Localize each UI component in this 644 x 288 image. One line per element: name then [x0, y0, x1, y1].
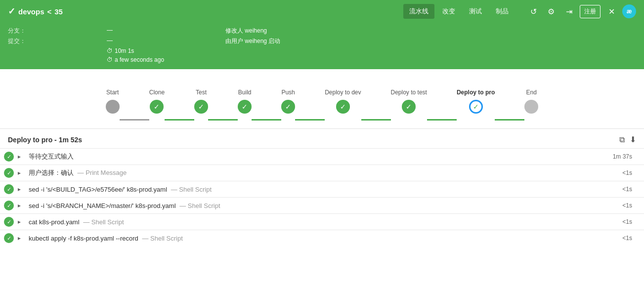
refresh-icon[interactable]: ↺	[526, 4, 540, 18]
log-step-type: — Shell Script	[82, 218, 124, 226]
stage-with-connector: Push✓	[281, 89, 325, 114]
avatar[interactable]: æ	[622, 4, 636, 18]
stage-with-connector: Clone✓	[149, 89, 194, 114]
stage-deploy-to-pro[interactable]: Deploy to pro✓	[457, 89, 495, 114]
branch-value: —	[107, 27, 206, 35]
stage-with-connector: Build✓	[238, 89, 281, 114]
log-row[interactable]: ✓▸cat k8s-prod.yaml — Shell Script<1s	[0, 213, 644, 230]
duration-value: 10m 1s	[115, 47, 134, 54]
log-check-icon: ✓	[4, 168, 14, 178]
close-icon[interactable]: ✕	[604, 4, 618, 18]
log-duration: <1s	[622, 218, 632, 225]
commit-spacer	[8, 56, 107, 63]
stage-deploy-to-test[interactable]: Deploy to test✓	[391, 89, 427, 114]
stage-label: Clone	[149, 89, 165, 96]
stage-end[interactable]: End	[524, 89, 538, 114]
external-link-icon[interactable]: ⧉	[619, 135, 625, 144]
sub-header: 分支： — 修改人 weiheng 提交： — 由用户 weiheng 启动 ⏱…	[0, 23, 644, 69]
log-expand-icon[interactable]: ▸	[18, 218, 25, 225]
log-step-type: — Shell Script	[140, 235, 183, 242]
log-step-text: sed -i 's/<BUILD_TAG>/e5756ee/' k8s-prod…	[29, 186, 618, 193]
log-check-icon: ✓	[4, 233, 14, 243]
log-expand-icon[interactable]: ▸	[18, 202, 25, 209]
log-step-name: 用户选择：确认	[29, 169, 74, 176]
branch-label: 分支：	[8, 27, 107, 35]
stage-circle	[524, 100, 538, 114]
download-icon[interactable]: ⬇	[630, 135, 636, 144]
stage-circle: ✓	[469, 100, 483, 114]
stage-circle: ✓	[336, 100, 350, 114]
stage-clone[interactable]: Clone✓	[149, 89, 165, 114]
project-name: devops	[18, 7, 44, 16]
log-duration: <1s	[622, 169, 632, 176]
log-expand-icon[interactable]: ▸	[18, 153, 25, 160]
log-row[interactable]: ✓▸sed -i 's/<BRANCH_NAME>/master/' k8s-p…	[0, 197, 644, 213]
log-expand-icon[interactable]: ▸	[18, 235, 25, 242]
stage-with-connector: Deploy to dev✓	[325, 89, 390, 114]
commit-label: 提交：	[8, 37, 107, 45]
log-step-type: — Shell Script	[178, 202, 220, 209]
register-button[interactable]: 注册	[580, 5, 601, 18]
log-step-text: sed -i 's/<BRANCH_NAME>/master/' k8s-pro…	[29, 202, 618, 209]
stage-connector	[252, 119, 281, 121]
log-row[interactable]: ✓▸用户选择：确认 — Print Message<1s	[0, 165, 644, 181]
separator: <	[47, 7, 52, 16]
time-icon: ⏱	[107, 56, 113, 63]
stage-connector	[208, 119, 238, 121]
stage-connector	[295, 119, 325, 121]
spacer2	[206, 56, 636, 63]
header-title-area: ✓ devops < 35	[8, 6, 63, 17]
nav-artifacts[interactable]: 制品	[490, 4, 515, 19]
nav-test[interactable]: 测试	[463, 4, 488, 19]
log-row[interactable]: ✓▸kubectl apply -f k8s-prod.yaml --recor…	[0, 230, 644, 246]
stage-deploy-to-dev[interactable]: Deploy to dev✓	[325, 89, 361, 114]
nav-changes[interactable]: 改变	[436, 4, 461, 19]
log-duration: <1s	[622, 235, 632, 242]
log-actions: ⧉ ⬇	[619, 135, 636, 144]
log-step-name: sed -i 's/<BUILD_TAG>/e5756ee/' k8s-prod…	[29, 186, 167, 193]
logout-icon[interactable]: ⇥	[562, 4, 576, 18]
stage-test[interactable]: Test✓	[194, 89, 208, 114]
log-header: Deploy to pro - 1m 52s ⧉ ⬇	[0, 129, 644, 148]
settings-icon[interactable]: ⚙	[544, 4, 558, 18]
log-check-icon: ✓	[4, 217, 14, 227]
log-duration: 1m 37s	[613, 153, 632, 160]
log-step-name: 等待交互式输入	[29, 153, 74, 160]
stage-with-connector: Deploy to pro✓	[457, 89, 524, 114]
nav-pipeline[interactable]: 流水线	[403, 4, 434, 19]
log-step-text: kubectl apply -f k8s-prod.yaml --record …	[29, 235, 618, 242]
log-area: Deploy to pro - 1m 52s ⧉ ⬇ ✓▸等待交互式输入1m 3…	[0, 128, 644, 246]
log-row[interactable]: ✓▸sed -i 's/<BUILD_TAG>/e5756ee/' k8s-pr…	[0, 181, 644, 197]
main-nav: 流水线 改变 测试 制品	[403, 4, 515, 19]
log-step-name: sed -i 's/<BRANCH_NAME>/master/' k8s-pro…	[29, 202, 176, 209]
log-check-icon: ✓	[4, 201, 14, 210]
stage-start[interactable]: Start	[106, 89, 120, 114]
log-duration: <1s	[622, 202, 632, 209]
stage-label: Build	[238, 89, 252, 96]
stage-label: Deploy to dev	[325, 89, 361, 96]
log-duration: <1s	[622, 186, 632, 193]
duration-icon: ⏱	[107, 47, 113, 54]
stage-connector	[361, 119, 391, 121]
stage-label: Deploy to pro	[457, 89, 495, 96]
log-rows: ✓▸等待交互式输入1m 37s✓▸用户选择：确认 — Print Message…	[0, 148, 644, 246]
stage-push[interactable]: Push✓	[281, 89, 295, 114]
stage-circle: ✓	[194, 100, 208, 114]
stage-connector	[495, 119, 524, 121]
stage-with-connector: Deploy to test✓	[391, 89, 457, 114]
stage-circle: ✓	[238, 100, 252, 114]
stage-circle: ✓	[150, 100, 164, 114]
build-number: 35	[54, 7, 63, 16]
stage-with-connector: Test✓	[194, 89, 238, 114]
log-row[interactable]: ✓▸等待交互式输入1m 37s	[0, 148, 644, 165]
stage-label: Deploy to test	[391, 89, 427, 96]
log-expand-icon[interactable]: ▸	[18, 186, 25, 193]
log-expand-icon[interactable]: ▸	[18, 169, 25, 176]
check-icon: ✓	[8, 6, 15, 17]
duration-spacer	[8, 47, 107, 54]
log-step-type: — Shell Script	[169, 186, 212, 193]
log-step-name: kubectl apply -f k8s-prod.yaml --record	[29, 235, 138, 242]
stage-build[interactable]: Build✓	[238, 89, 252, 114]
stage-connector	[427, 119, 457, 121]
spacer	[206, 47, 636, 54]
